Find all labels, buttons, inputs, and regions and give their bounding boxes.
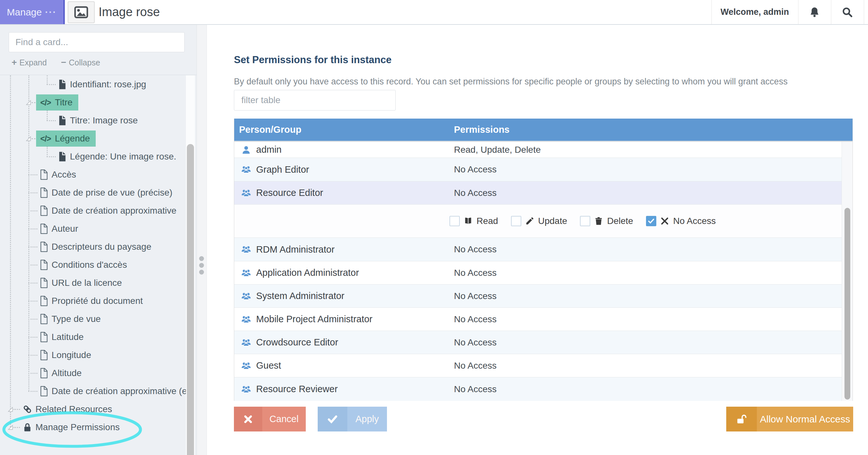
file-outline-icon — [39, 278, 48, 288]
permissions-table: Person/Group Permissions admin Read, Upd… — [234, 119, 853, 401]
x-icon — [660, 216, 669, 225]
expand-all-button[interactable]: + Expand — [11, 57, 47, 68]
table-row-system-administrator[interactable]: System Administrator No Access — [234, 284, 842, 308]
manage-button-label: Manage — [7, 7, 41, 18]
users-icon — [241, 291, 251, 301]
update-checkbox[interactable] — [511, 216, 521, 226]
tree-item-titre-value[interactable]: Titre: Image rose — [47, 112, 186, 129]
code-icon: </> — [40, 98, 51, 107]
tree-item-card[interactable]: Accès — [28, 165, 186, 184]
users-icon — [241, 314, 251, 324]
plus-icon: + — [11, 57, 17, 68]
apply-button[interactable]: Apply — [318, 407, 387, 431]
expand-triangle-icon[interactable] — [26, 136, 32, 142]
link-icon — [23, 404, 32, 414]
table-row-resource-editor[interactable]: Resource Editor No Access — [234, 181, 842, 205]
code-icon: </> — [40, 134, 51, 143]
tree-item-card[interactable]: Conditions d'accès — [28, 256, 186, 274]
table-row-resource-reviewer[interactable]: Resource Reviewer No Access — [234, 377, 842, 401]
tree-item-card[interactable]: Date de création approximative (ec — [28, 382, 186, 400]
check-icon — [647, 217, 655, 225]
x-icon — [234, 407, 262, 431]
welcome-user-label[interactable]: Welcome, admin — [711, 0, 798, 24]
ellipsis-icon: ··· — [45, 7, 57, 18]
permission-option-update[interactable]: Update — [511, 216, 567, 226]
tree-item-card[interactable]: Latitude — [28, 328, 186, 346]
file-solid-icon — [58, 79, 67, 90]
find-card-input[interactable] — [9, 32, 185, 52]
no-access-checkbox-checked[interactable] — [646, 216, 656, 226]
tree-connector — [47, 84, 56, 85]
expand-triangle-icon[interactable] — [7, 424, 13, 430]
tree-connector — [13, 409, 20, 410]
tree-item-card[interactable]: Date de prise de vue (précise) — [28, 184, 186, 202]
sidebar-scrollbar-thumb[interactable] — [187, 144, 194, 455]
row-permissions: No Access — [454, 361, 842, 371]
permission-option-delete[interactable]: Delete — [580, 216, 633, 226]
tree-connector — [28, 373, 37, 374]
table-row-graph-editor[interactable]: Graph Editor No Access — [234, 158, 842, 181]
tree-item-card[interactable]: Longitude — [28, 346, 186, 364]
users-icon — [241, 338, 251, 347]
book-icon — [464, 216, 473, 225]
top-header: Manage ··· Image rose Welcome, admin — [0, 0, 868, 25]
table-row-mobile-project-administrator[interactable]: Mobile Project Administrator No Access — [234, 308, 842, 331]
drag-dot-icon — [199, 263, 204, 268]
resource-type-button[interactable] — [68, 1, 95, 23]
permission-option-no-access[interactable]: No Access — [646, 216, 716, 226]
row-permissions: No Access — [454, 268, 842, 278]
table-row-rdm-administrator[interactable]: RDM Administrator No Access — [234, 238, 842, 261]
bell-icon — [809, 6, 820, 18]
table-row-application-administrator[interactable]: Application Administrator No Access — [234, 261, 842, 284]
tree-item-legende-value[interactable]: Légende: Une image rose. — [47, 148, 186, 165]
permission-option-read[interactable]: Read — [450, 216, 498, 226]
read-checkbox[interactable] — [450, 216, 460, 226]
tree-item-manage-permissions[interactable]: Manage Permissions — [7, 418, 186, 436]
tree-item-card[interactable]: Propriété du document — [28, 292, 186, 310]
manage-button[interactable]: Manage ··· — [0, 0, 65, 24]
file-outline-icon — [39, 206, 48, 216]
drag-dot-icon — [199, 270, 204, 275]
filter-table-input[interactable] — [234, 90, 396, 111]
delete-checkbox[interactable] — [580, 216, 590, 226]
tree-connector — [28, 229, 37, 230]
allow-normal-access-button[interactable]: Allow Normal Access — [726, 407, 853, 431]
tree-item-related-resources[interactable]: Related Resources — [7, 400, 186, 418]
tree-guide-line — [10, 75, 11, 427]
tree-item-card[interactable]: Auteur — [28, 220, 186, 238]
expand-triangle-icon[interactable] — [7, 406, 13, 413]
tree-connector — [47, 120, 56, 121]
table-scrollbar-thumb[interactable] — [844, 208, 850, 400]
users-icon — [241, 188, 251, 198]
collapse-all-button[interactable]: − Collapse — [61, 57, 100, 68]
cancel-button[interactable]: Cancel — [234, 407, 306, 431]
tree-item-legende-widget[interactable]: </> Légende — [26, 129, 186, 148]
tree-item-identifiant-value[interactable]: Identifiant: rose.jpg — [47, 75, 186, 93]
tree-item-card[interactable]: Altitude — [28, 364, 186, 382]
tree-item-card[interactable]: Descripteurs du paysage — [28, 238, 186, 256]
file-outline-icon — [39, 314, 48, 324]
panel-resize-handle[interactable] — [196, 24, 207, 455]
expand-triangle-icon[interactable] — [26, 99, 32, 106]
tree-item-titre-widget[interactable]: </> Titre — [26, 93, 186, 112]
table-row-crowdsource-editor[interactable]: Crowdsource Editor No Access — [234, 331, 842, 354]
file-outline-icon — [39, 350, 48, 360]
search-button[interactable] — [831, 0, 864, 24]
tree-connector — [28, 210, 37, 211]
tree-connector — [28, 192, 37, 193]
tree-connector — [32, 102, 35, 103]
table-row-admin[interactable]: admin Read, Update, Delete — [234, 142, 842, 158]
tree-connector — [28, 282, 37, 283]
file-outline-icon — [39, 260, 48, 270]
tree-item-card[interactable]: URL de la licence — [28, 274, 186, 292]
header-divider — [864, 0, 864, 24]
column-header-permissions: Permissions — [454, 124, 852, 135]
notifications-button[interactable] — [798, 0, 831, 24]
tree-item-card[interactable]: Date de création approximative — [28, 202, 186, 220]
table-row-guest[interactable]: Guest No Access — [234, 354, 842, 377]
section-title: Set Permissions for this instance — [234, 54, 392, 66]
row-permissions: No Access — [454, 384, 842, 394]
tree-connector — [28, 246, 37, 247]
row-permissions: No Access — [454, 291, 842, 301]
tree-item-card[interactable]: Type de vue — [28, 310, 186, 328]
